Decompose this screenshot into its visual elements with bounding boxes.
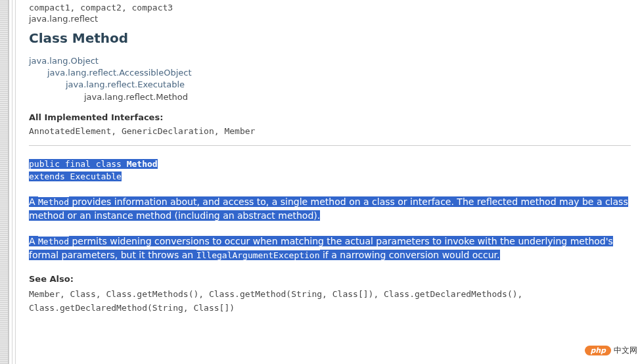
see-also-list: Member, Class, Class.getMethods(), Class… <box>29 288 631 315</box>
javadoc-content: compact1, compact2, compact3 java.lang.r… <box>29 0 631 364</box>
decl-extends: extends Executable <box>29 171 122 181</box>
inheritance-tree: java.lang.Object java.lang.reflect.Acces… <box>29 55 631 103</box>
description-para-2: A Method permits widening conversions to… <box>29 235 631 262</box>
implemented-interfaces-label: All Implemented Interfaces: <box>29 112 631 122</box>
decl-modifiers: public final class <box>29 159 127 169</box>
watermark-logo: php <box>585 346 611 355</box>
d1-p1: A <box>29 196 38 207</box>
package-line: java.lang.reflect <box>29 14 631 24</box>
inheritance-l0[interactable]: java.lang.Object <box>29 55 631 67</box>
divider <box>29 145 631 146</box>
d1-method-mono: Method <box>38 197 69 207</box>
d1-p2: provides information about, and access t… <box>29 196 628 221</box>
d2-exception-mono: IllegalArgumentException <box>196 250 320 260</box>
inheritance-l2[interactable]: java.lang.reflect.Executable <box>29 79 631 91</box>
frame-left-border <box>0 0 9 364</box>
d2-p3: if a narrowing conversion would occur. <box>320 250 500 260</box>
d2-method-mono: Method <box>38 237 69 246</box>
decl-classname: Method <box>127 159 158 169</box>
watermark: php 中文网 <box>585 345 637 356</box>
implemented-interfaces-list: AnnotatedElement, GenericDeclaration, Me… <box>29 126 631 136</box>
class-declaration: public final class Method extends Execut… <box>29 158 631 183</box>
see-also-label: See Also: <box>29 274 631 284</box>
watermark-text: 中文网 <box>614 345 637 356</box>
inheritance-l1[interactable]: java.lang.reflect.AccessibleObject <box>29 67 631 79</box>
frame-inner-border <box>12 0 16 364</box>
inheritance-l3: java.lang.reflect.Method <box>29 91 631 103</box>
description-para-1: A Method provides information about, and… <box>29 195 631 223</box>
class-title: Class Method <box>29 30 631 46</box>
d2-p1: A <box>29 236 38 246</box>
profiles-line: compact1, compact2, compact3 <box>29 3 631 12</box>
